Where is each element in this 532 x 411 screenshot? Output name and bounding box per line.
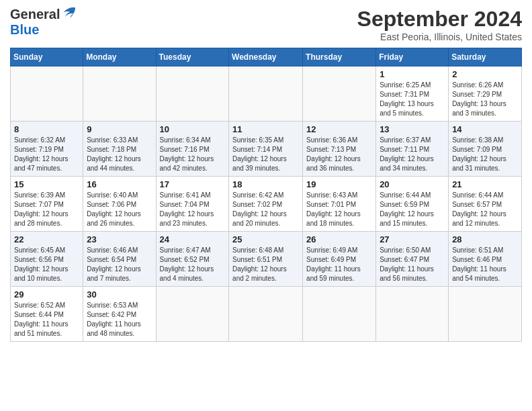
calendar-week-row: 1 Sunrise: 6:25 AM Sunset: 7:31 PM Dayli… bbox=[11, 66, 522, 122]
calendar-cell: 8 Sunrise: 6:32 AM Sunset: 7:19 PM Dayli… bbox=[11, 122, 83, 177]
logo-general-text: General bbox=[10, 7, 60, 22]
calendar-cell bbox=[376, 287, 449, 342]
calendar-cell: 19 Sunrise: 6:43 AM Sunset: 7:01 PM Dayl… bbox=[303, 177, 376, 232]
calendar-cell bbox=[156, 287, 229, 342]
calendar-cell: 25 Sunrise: 6:48 AM Sunset: 6:51 PM Dayl… bbox=[229, 232, 303, 287]
day-number: 11 bbox=[232, 124, 299, 134]
day-info: Sunrise: 6:44 AM Sunset: 6:59 PM Dayligh… bbox=[380, 191, 445, 228]
calendar-cell: 11 Sunrise: 6:35 AM Sunset: 7:14 PM Dayl… bbox=[229, 122, 303, 177]
calendar-header-wednesday: Wednesday bbox=[229, 48, 303, 66]
day-number: 24 bbox=[160, 234, 226, 244]
calendar-cell: 30 Sunrise: 6:53 AM Sunset: 6:42 PM Dayl… bbox=[83, 287, 156, 342]
logo-blue-text: Blue bbox=[10, 22, 39, 38]
calendar-cell bbox=[229, 287, 303, 342]
calendar-header-row: SundayMondayTuesdayWednesdayThursdayFrid… bbox=[11, 48, 522, 66]
day-number: 20 bbox=[380, 179, 445, 189]
calendar-cell: 2 Sunrise: 6:26 AM Sunset: 7:29 PM Dayli… bbox=[449, 66, 522, 122]
calendar-header-tuesday: Tuesday bbox=[156, 48, 229, 66]
calendar-header-monday: Monday bbox=[83, 48, 156, 66]
day-number: 19 bbox=[306, 179, 372, 189]
page-header: General Blue September 2024 East Peoria,… bbox=[10, 7, 522, 42]
calendar-cell: 14 Sunrise: 6:38 AM Sunset: 7:09 PM Dayl… bbox=[449, 122, 522, 177]
title-area: September 2024 East Peoria, Illinois, Un… bbox=[357, 7, 522, 42]
calendar-table: SundayMondayTuesdayWednesdayThursdayFrid… bbox=[10, 48, 522, 342]
day-info: Sunrise: 6:39 AM Sunset: 7:07 PM Dayligh… bbox=[14, 191, 79, 228]
calendar-header-sunday: Sunday bbox=[11, 48, 83, 66]
calendar-cell: 16 Sunrise: 6:40 AM Sunset: 7:06 PM Dayl… bbox=[83, 177, 156, 232]
day-number: 27 bbox=[380, 234, 445, 244]
day-info: Sunrise: 6:42 AM Sunset: 7:02 PM Dayligh… bbox=[232, 191, 299, 228]
calendar-week-row: 8 Sunrise: 6:32 AM Sunset: 7:19 PM Dayli… bbox=[11, 122, 522, 177]
calendar-cell bbox=[303, 287, 376, 342]
day-info: Sunrise: 6:50 AM Sunset: 6:47 PM Dayligh… bbox=[380, 246, 445, 283]
logo-bird-icon bbox=[61, 5, 76, 20]
day-number: 29 bbox=[14, 289, 79, 300]
day-number: 22 bbox=[14, 234, 79, 244]
calendar-cell: 1 Sunrise: 6:25 AM Sunset: 7:31 PM Dayli… bbox=[376, 66, 449, 122]
day-info: Sunrise: 6:45 AM Sunset: 6:56 PM Dayligh… bbox=[14, 246, 79, 283]
calendar-cell: 20 Sunrise: 6:44 AM Sunset: 6:59 PM Dayl… bbox=[376, 177, 449, 232]
calendar-cell: 13 Sunrise: 6:37 AM Sunset: 7:11 PM Dayl… bbox=[376, 122, 449, 177]
calendar-cell: 17 Sunrise: 6:41 AM Sunset: 7:04 PM Dayl… bbox=[156, 177, 229, 232]
day-info: Sunrise: 6:53 AM Sunset: 6:42 PM Dayligh… bbox=[87, 301, 152, 338]
day-info: Sunrise: 6:33 AM Sunset: 7:18 PM Dayligh… bbox=[87, 136, 152, 173]
calendar-cell bbox=[449, 287, 522, 342]
calendar-cell bbox=[11, 66, 83, 122]
day-number: 28 bbox=[452, 234, 518, 244]
day-number: 1 bbox=[380, 69, 445, 79]
calendar-week-row: 15 Sunrise: 6:39 AM Sunset: 7:07 PM Dayl… bbox=[11, 177, 522, 232]
day-info: Sunrise: 6:51 AM Sunset: 6:46 PM Dayligh… bbox=[452, 246, 518, 283]
day-number: 26 bbox=[306, 234, 372, 244]
day-info: Sunrise: 6:36 AM Sunset: 7:13 PM Dayligh… bbox=[306, 136, 372, 173]
day-number: 8 bbox=[14, 124, 79, 134]
calendar-cell: 9 Sunrise: 6:33 AM Sunset: 7:18 PM Dayli… bbox=[83, 122, 156, 177]
day-number: 14 bbox=[452, 124, 518, 134]
month-title: September 2024 bbox=[357, 7, 522, 32]
day-info: Sunrise: 6:44 AM Sunset: 6:57 PM Dayligh… bbox=[452, 191, 518, 228]
calendar-cell bbox=[83, 66, 156, 122]
day-info: Sunrise: 6:41 AM Sunset: 7:04 PM Dayligh… bbox=[160, 191, 226, 228]
calendar-header-thursday: Thursday bbox=[303, 48, 376, 66]
day-number: 15 bbox=[14, 179, 79, 189]
day-info: Sunrise: 6:49 AM Sunset: 6:49 PM Dayligh… bbox=[306, 246, 372, 283]
day-number: 16 bbox=[87, 179, 152, 189]
day-number: 18 bbox=[232, 179, 299, 189]
day-number: 13 bbox=[380, 124, 445, 134]
calendar-cell bbox=[303, 66, 376, 122]
day-info: Sunrise: 6:32 AM Sunset: 7:19 PM Dayligh… bbox=[14, 136, 79, 173]
day-number: 25 bbox=[232, 234, 299, 244]
day-info: Sunrise: 6:25 AM Sunset: 7:31 PM Dayligh… bbox=[380, 81, 445, 118]
calendar-cell: 27 Sunrise: 6:50 AM Sunset: 6:47 PM Dayl… bbox=[376, 232, 449, 287]
day-number: 17 bbox=[160, 179, 226, 189]
day-info: Sunrise: 6:34 AM Sunset: 7:16 PM Dayligh… bbox=[160, 136, 226, 173]
day-info: Sunrise: 6:46 AM Sunset: 6:54 PM Dayligh… bbox=[87, 246, 152, 283]
calendar-cell: 22 Sunrise: 6:45 AM Sunset: 6:56 PM Dayl… bbox=[11, 232, 83, 287]
calendar-week-row: 29 Sunrise: 6:52 AM Sunset: 6:44 PM Dayl… bbox=[11, 287, 522, 342]
location-subtitle: East Peoria, Illinois, United States bbox=[357, 32, 522, 42]
day-info: Sunrise: 6:26 AM Sunset: 7:29 PM Dayligh… bbox=[452, 81, 518, 118]
day-info: Sunrise: 6:48 AM Sunset: 6:51 PM Dayligh… bbox=[232, 246, 299, 283]
day-number: 21 bbox=[452, 179, 518, 189]
calendar-cell: 29 Sunrise: 6:52 AM Sunset: 6:44 PM Dayl… bbox=[11, 287, 83, 342]
day-number: 10 bbox=[160, 124, 226, 134]
day-info: Sunrise: 6:47 AM Sunset: 6:52 PM Dayligh… bbox=[160, 246, 226, 283]
day-info: Sunrise: 6:37 AM Sunset: 7:11 PM Dayligh… bbox=[380, 136, 445, 173]
calendar-week-row: 22 Sunrise: 6:45 AM Sunset: 6:56 PM Dayl… bbox=[11, 232, 522, 287]
day-number: 12 bbox=[306, 124, 372, 134]
day-info: Sunrise: 6:52 AM Sunset: 6:44 PM Dayligh… bbox=[14, 301, 79, 338]
day-number: 9 bbox=[87, 124, 152, 134]
day-info: Sunrise: 6:40 AM Sunset: 7:06 PM Dayligh… bbox=[87, 191, 152, 228]
day-number: 2 bbox=[452, 69, 518, 79]
calendar-cell: 10 Sunrise: 6:34 AM Sunset: 7:16 PM Dayl… bbox=[156, 122, 229, 177]
calendar-cell: 24 Sunrise: 6:47 AM Sunset: 6:52 PM Dayl… bbox=[156, 232, 229, 287]
calendar-cell bbox=[229, 66, 303, 122]
day-number: 30 bbox=[87, 289, 152, 300]
calendar-header-saturday: Saturday bbox=[449, 48, 522, 66]
day-info: Sunrise: 6:38 AM Sunset: 7:09 PM Dayligh… bbox=[452, 136, 518, 173]
calendar-cell bbox=[156, 66, 229, 122]
calendar-cell: 12 Sunrise: 6:36 AM Sunset: 7:13 PM Dayl… bbox=[303, 122, 376, 177]
calendar-cell: 26 Sunrise: 6:49 AM Sunset: 6:49 PM Dayl… bbox=[303, 232, 376, 287]
day-info: Sunrise: 6:35 AM Sunset: 7:14 PM Dayligh… bbox=[232, 136, 299, 173]
calendar-cell: 21 Sunrise: 6:44 AM Sunset: 6:57 PM Dayl… bbox=[449, 177, 522, 232]
day-info: Sunrise: 6:43 AM Sunset: 7:01 PM Dayligh… bbox=[306, 191, 372, 228]
